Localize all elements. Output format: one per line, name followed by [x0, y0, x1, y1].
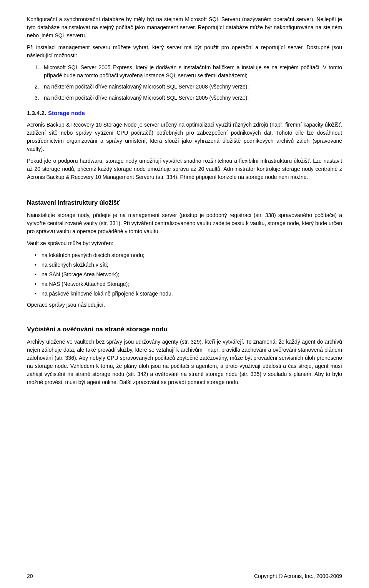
vault-bullet-list: na lokálních pevných discích storage nod… [35, 251, 342, 298]
list-item-3: 3. na některém počítači dříve nainstalov… [35, 94, 342, 102]
paragraph-1: Konfigurační a synchronizační databáze b… [27, 15, 342, 40]
list-text-3: na některém počítači dříve nainstalovaný… [44, 94, 249, 102]
list-num-1: 1. [35, 63, 44, 72]
list-num-2: 2. [35, 83, 44, 91]
page-number: 20 [27, 572, 33, 580]
copyright-text: Copyright © Acronis, Inc., 2000-2009 [254, 572, 342, 580]
paragraph-storage-hardware: Pokud jde o podporu hardwaru, storage no… [27, 157, 342, 181]
list-num-3: 3. [35, 94, 44, 102]
paragraph-cleanup: Archivy uložené ve vaultech bez správy j… [27, 338, 342, 386]
paragraph-storage-setup: Nainstalujte storage nody, přidejte je n… [27, 211, 342, 236]
section-1342: 1.3.4.2. Storage node [27, 109, 342, 118]
page-content: Konfigurační a synchronizační databáze b… [0, 0, 369, 588]
page-footer: 20 Copyright © Acronis, Inc., 2000-2009 [0, 569, 369, 580]
bullet-5: na páskové knihovně lokálně připojené k … [35, 290, 342, 298]
section-number: 1.3.4.2. [27, 109, 48, 118]
bullet-4: na NAS (Network Attached Storage); [35, 280, 342, 288]
paragraph-2: Při instalaci management serveru můžete … [27, 43, 342, 60]
list-item-2: 2. na některém počítači dříve nainstalov… [35, 83, 342, 91]
section-heading-storage: Nastavení infrastruktury úložišť [27, 198, 342, 207]
section-heading-cleanup: Vyčistění a ověřování na straně storage … [27, 324, 342, 334]
list-text-1: Microsoft SQL Server 2005 Express, který… [44, 63, 342, 80]
bullet-3: na SAN (Storage Area Network); [35, 271, 342, 279]
section-title: Storage node [48, 109, 85, 118]
bullet-2: na sdílených složkách v síti; [35, 261, 342, 269]
vault-intro: Vault se správou může být vytvořen: [27, 239, 342, 247]
list-item-1: 1. Microsoft SQL Server 2005 Express, kt… [35, 63, 342, 80]
list-text-2: na některém počítači dříve nainstalovaný… [44, 83, 249, 91]
operations-text: Operace správy jsou následující. [27, 301, 342, 309]
bullet-1: na lokálních pevných discích storage nod… [35, 251, 342, 259]
paragraph-storage-intro: Acronis Backup & Recovery 10 Storage Nod… [27, 121, 342, 153]
